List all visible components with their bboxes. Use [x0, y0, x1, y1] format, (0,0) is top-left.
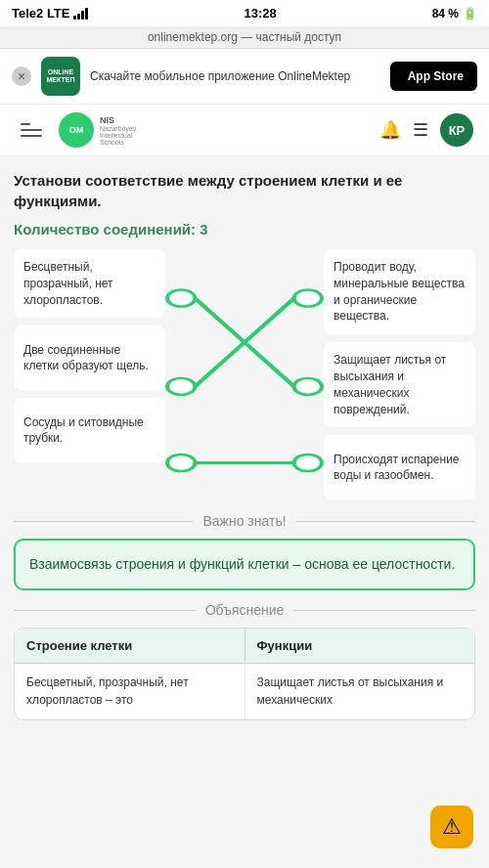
svg-point-1 — [167, 378, 195, 395]
carrier-label: Tele2 LTE — [12, 6, 69, 21]
right-column: Проводит воду, минеральные вещества и ор… — [324, 249, 475, 499]
bell-icon[interactable]: 🔔 — [379, 119, 401, 141]
menu-button[interactable] — [16, 114, 47, 146]
time-label: 13:28 — [244, 6, 276, 21]
status-left: Tele2 LTE — [12, 6, 88, 21]
status-bar: Tele2 LTE 13:28 84 % 🔋 — [0, 0, 489, 26]
matching-exercise: Бесцветный, прозрачный, нет хлоропластов… — [14, 249, 475, 499]
table-row: Бесцветный, прозрачный, нет хлоропластов… — [15, 664, 474, 719]
signal-bars — [73, 8, 88, 20]
signal-bar-2 — [77, 14, 80, 20]
banner-logo: ONLINEМЕКТЕП — [41, 57, 80, 96]
signal-bar-4 — [85, 8, 88, 20]
explanation-divider: Объяснение — [14, 602, 475, 618]
svg-point-4 — [294, 378, 322, 395]
school-logo: NIS NazarbayevIntellectualSchools — [100, 115, 136, 146]
table-header-col1: Строение клетки — [15, 629, 245, 664]
divider-line-right — [296, 521, 475, 522]
exp-divider-line-left — [14, 610, 196, 611]
banner-logo-text: ONLINEМЕКТЕП — [47, 68, 75, 85]
signal-bar-1 — [73, 16, 76, 20]
hamburger-icon — [21, 123, 42, 137]
banner-close-button[interactable]: × — [12, 66, 31, 86]
svg-point-3 — [294, 290, 322, 307]
app-store-button[interactable]: App Store — [390, 62, 477, 91]
exp-divider-line-right — [293, 610, 475, 611]
svg-point-5 — [294, 455, 322, 471]
user-avatar[interactable]: КР — [440, 113, 473, 147]
signal-bar-3 — [81, 11, 84, 20]
table-cell-structure: Бесцветный, прозрачный, нет хлоропластов… — [15, 664, 245, 718]
school-sub: NazarbayevIntellectualSchools — [100, 125, 136, 146]
important-box: Взаимосвязь строения и функций клетки – … — [14, 539, 475, 590]
explanation-label: Объяснение — [205, 602, 285, 618]
list-icon[interactable]: ☰ — [413, 119, 428, 141]
svg-point-2 — [167, 455, 195, 471]
explanation-table: Строение клетки Функции Бесцветный, проз… — [14, 628, 475, 720]
svg-line-7 — [195, 298, 293, 386]
connections-svg — [165, 249, 324, 499]
nav-logo-area: OM NIS NazarbayevIntellectualSchools — [59, 112, 368, 148]
table-header-col2: Функции — [245, 629, 475, 664]
left-card-3[interactable]: Сосуды и ситовидные трубки. — [14, 398, 165, 462]
right-card-2[interactable]: Защищает листья от высыхания и механичес… — [324, 342, 475, 427]
banner-text: Скачайте мобильное приложение OnlineMekt… — [90, 68, 380, 85]
svg-line-6 — [195, 298, 293, 386]
status-right: 84 % 🔋 — [432, 7, 477, 21]
svg-point-0 — [167, 290, 195, 307]
nav-icons: 🔔 ☰ КР — [379, 113, 473, 147]
battery-label: 84 % — [432, 7, 459, 21]
important-divider: Важно знать! — [14, 513, 475, 529]
divider-line-left — [14, 521, 193, 522]
left-card-1[interactable]: Бесцветный, прозрачный, нет хлоропластов… — [14, 249, 165, 318]
url-bar[interactable]: onlinemektep.org — частный доступ — [0, 26, 489, 49]
app-banner: × ONLINEМЕКТЕП Скачайте мобильное прилож… — [0, 49, 489, 105]
school-name: NIS — [100, 115, 114, 125]
left-column: Бесцветный, прозрачный, нет хлоропластов… — [14, 249, 165, 499]
url-text: onlinemektep.org — частный доступ — [148, 30, 341, 44]
table-cell-function: Защищает листья от высыхания и механичес… — [245, 664, 475, 718]
nav-bar: OM NIS NazarbayevIntellectualSchools 🔔 ☰… — [0, 105, 489, 156]
battery-icon: 🔋 — [463, 7, 477, 21]
connection-count: Количество соединений: 3 — [14, 221, 475, 238]
important-label: Важно знать! — [202, 513, 286, 529]
table-header: Строение клетки Функции — [15, 629, 474, 664]
main-content: Установи соответствие между строением кл… — [0, 156, 489, 734]
online-mektep-logo: OM — [59, 112, 94, 148]
question-title: Установи соответствие между строением кл… — [14, 170, 475, 211]
app-store-label: App Store — [408, 69, 464, 83]
left-card-2[interactable]: Две соединенные клетки образуют щель. — [14, 326, 165, 390]
right-card-3[interactable]: Происходят испарение воды и газообмен. — [324, 435, 475, 499]
right-card-1[interactable]: Проводит воду, минеральные вещества и ор… — [324, 249, 475, 334]
